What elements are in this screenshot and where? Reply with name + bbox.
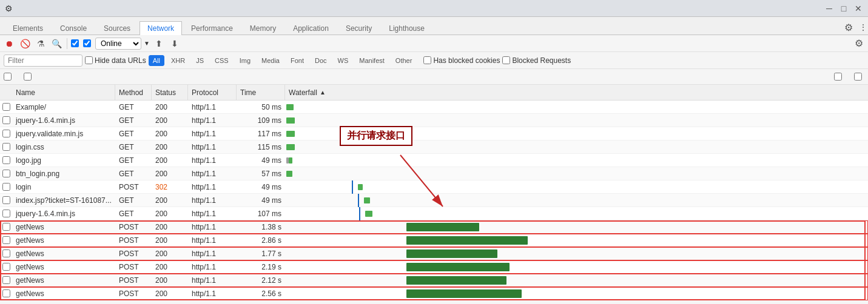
table-row[interactable]: Example/GET200http/1.150 ms bbox=[0, 101, 868, 114]
td-waterfall bbox=[285, 114, 868, 127]
td-time: 2.19 s bbox=[237, 263, 285, 271]
table-row[interactable]: loginPOST302http/1.149 ms bbox=[0, 180, 868, 194]
table-row[interactable]: jquery.validate.min.jsGET200http/1.1117 … bbox=[0, 127, 868, 140]
th-name[interactable]: Name bbox=[12, 85, 115, 100]
table-row[interactable]: logo.jpgGET200http/1.149 ms bbox=[0, 154, 868, 167]
table-row[interactable]: getNewsPOST200http/1.12.56 s bbox=[0, 287, 868, 300]
th-waterfall[interactable]: Waterfall ▲ bbox=[285, 85, 868, 100]
filter-ws-btn[interactable]: WS bbox=[334, 55, 353, 66]
filter-other-btn[interactable]: Other bbox=[391, 55, 417, 66]
group-by-frame-label[interactable] bbox=[834, 73, 844, 81]
download-btn[interactable]: ⬇ bbox=[168, 37, 181, 50]
table-row[interactable]: getNewsPOST200http/1.12.12 s bbox=[0, 274, 868, 287]
filter-all-btn[interactable]: All bbox=[149, 55, 164, 66]
td-status: 200 bbox=[152, 223, 188, 231]
tab-application[interactable]: Application bbox=[285, 21, 337, 35]
settings-icon2[interactable]: ⚙ bbox=[852, 37, 866, 50]
td-protocol: http/1.1 bbox=[188, 249, 237, 258]
filter-doc-btn[interactable]: Doc bbox=[311, 55, 331, 66]
td-name: getNews bbox=[12, 289, 115, 298]
sort-icon: ▲ bbox=[320, 89, 326, 96]
disable-cache-checkbox[interactable] bbox=[83, 39, 91, 47]
table-row[interactable]: getNewsPOST200http/1.11.38 s bbox=[0, 220, 868, 234]
settings-icon[interactable]: ⚙ bbox=[844, 22, 853, 32]
table-row[interactable]: jquery-1.6.4.min.jsGET200http/1.1107 ms bbox=[0, 207, 868, 220]
capture-screenshots-checkbox[interactable] bbox=[854, 73, 862, 81]
show-overview-label[interactable] bbox=[24, 73, 34, 81]
row-checkbox-cell bbox=[0, 276, 12, 284]
th-protocol[interactable]: Protocol bbox=[188, 85, 237, 100]
record-btn[interactable]: ⏺ bbox=[2, 37, 16, 50]
disable-cache-label[interactable] bbox=[83, 39, 93, 47]
table-row[interactable]: jquery-1.6.4.min.jsGET200http/1.1109 ms bbox=[0, 114, 868, 127]
has-blocked-cookies-text: Has blocked cookies bbox=[433, 56, 500, 65]
tab-memory[interactable]: Memory bbox=[242, 21, 284, 35]
td-name: jquery-1.6.4.min.js bbox=[12, 210, 115, 218]
td-method: POST bbox=[115, 183, 152, 191]
group-by-frame-checkbox[interactable] bbox=[834, 73, 842, 81]
tab-performance[interactable]: Performance bbox=[183, 21, 241, 35]
blocked-requests-label[interactable]: Blocked Requests bbox=[502, 56, 571, 65]
td-status: 200 bbox=[152, 130, 188, 138]
td-time: 2.12 s bbox=[237, 276, 285, 285]
table-row[interactable]: getNewsPOST200http/1.12.19 s bbox=[0, 260, 868, 274]
table-row[interactable]: btn_login.pngGET200http/1.157 ms bbox=[0, 167, 868, 180]
clear-btn[interactable]: 🚫 bbox=[18, 37, 32, 50]
td-method: GET bbox=[115, 103, 152, 111]
table-row[interactable]: getNewsPOST200http/1.11.77 s bbox=[0, 247, 868, 260]
hide-data-urls-checkbox[interactable] bbox=[85, 56, 93, 64]
filter-font-btn[interactable]: Font bbox=[286, 55, 308, 66]
filter-icon-btn[interactable]: ⚗ bbox=[34, 37, 47, 50]
tab-network[interactable]: Network bbox=[140, 21, 182, 35]
td-protocol: http/1.1 bbox=[188, 236, 237, 245]
th-method[interactable]: Method bbox=[115, 85, 152, 100]
show-overview-checkbox[interactable] bbox=[24, 73, 32, 81]
td-status: 200 bbox=[152, 289, 188, 298]
filter-media-btn[interactable]: Media bbox=[257, 55, 284, 66]
td-status: 200 bbox=[152, 116, 188, 125]
throttle-select[interactable]: Online Slow 3G Fast 3G Offline bbox=[95, 38, 141, 50]
td-protocol: http/1.1 bbox=[188, 223, 237, 231]
td-status: 200 bbox=[152, 276, 188, 285]
filter-xhr-btn[interactable]: XHR bbox=[167, 55, 189, 66]
td-name: Example/ bbox=[12, 103, 115, 111]
tab-elements[interactable]: Elements bbox=[5, 21, 51, 35]
th-time[interactable]: Time bbox=[237, 85, 285, 100]
hide-data-urls-label[interactable]: Hide data URLs bbox=[85, 56, 146, 65]
filter-manifest-btn[interactable]: Manifest bbox=[355, 55, 389, 66]
td-status: 200 bbox=[152, 103, 188, 111]
preserve-log-label[interactable] bbox=[71, 39, 81, 47]
search-btn[interactable]: 🔍 bbox=[50, 37, 63, 50]
td-protocol: http/1.1 bbox=[188, 143, 237, 151]
preserve-log-checkbox[interactable] bbox=[71, 39, 79, 47]
large-rows-label[interactable] bbox=[4, 73, 14, 81]
tab-sources[interactable]: Sources bbox=[96, 21, 138, 35]
minimize-btn[interactable]: ─ bbox=[824, 4, 834, 13]
th-status[interactable]: Status bbox=[152, 85, 188, 100]
devtools-icon: ⚙ bbox=[5, 4, 13, 13]
large-rows-checkbox[interactable] bbox=[4, 73, 12, 81]
has-blocked-cookies-label[interactable]: Has blocked cookies bbox=[423, 56, 500, 65]
table-row[interactable]: index.jsp?ticket=ST-161087...GET200http/… bbox=[0, 194, 868, 207]
restore-btn[interactable]: □ bbox=[839, 4, 849, 13]
filter-img-btn[interactable]: Img bbox=[235, 55, 255, 66]
table-row[interactable]: login.cssGET200http/1.1115 ms bbox=[0, 140, 868, 154]
td-waterfall bbox=[285, 127, 868, 140]
close-btn[interactable]: ✕ bbox=[853, 4, 863, 13]
td-status: 200 bbox=[152, 249, 188, 258]
upload-btn[interactable]: ⬆ bbox=[152, 37, 166, 50]
table-row[interactable]: getNewsPOST200http/1.12.86 s bbox=[0, 234, 868, 247]
td-waterfall bbox=[285, 287, 868, 300]
tab-console[interactable]: Console bbox=[52, 21, 95, 35]
capture-screenshots-label[interactable] bbox=[854, 73, 864, 81]
tab-lighthouse[interactable]: Lighthouse bbox=[381, 21, 432, 35]
filter-input[interactable] bbox=[4, 55, 82, 67]
tab-security[interactable]: Security bbox=[338, 21, 380, 35]
has-blocked-cookies-checkbox[interactable] bbox=[423, 56, 431, 64]
td-waterfall bbox=[285, 154, 868, 167]
blocked-requests-checkbox[interactable] bbox=[502, 56, 510, 64]
more-icon[interactable]: ⋮ bbox=[858, 22, 868, 32]
td-time: 2.56 s bbox=[237, 289, 285, 298]
filter-js-btn[interactable]: JS bbox=[192, 55, 208, 66]
filter-css-btn[interactable]: CSS bbox=[210, 55, 233, 66]
